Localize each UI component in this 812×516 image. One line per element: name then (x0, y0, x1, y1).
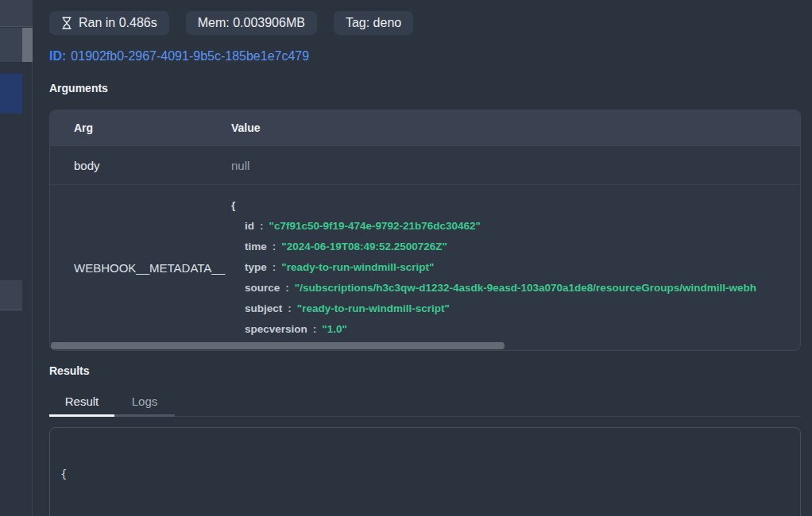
json-key: source (245, 282, 280, 294)
sidebar-list-item[interactable] (0, 280, 22, 310)
tab-logs-underline (114, 414, 175, 417)
runtime-badge-label: Ran in 0.486s (79, 16, 157, 30)
runtime-badge: Ran in 0.486s (49, 11, 169, 35)
json-entry: subject:"ready-to-run-windmill-script" (231, 298, 800, 319)
tab-logs[interactable]: Logs (114, 395, 175, 408)
table-row-webhook-metadata: WEBHOOK__METADATA__ { id:"c7f91c50-9f19-… (50, 185, 800, 350)
results-tabbar: Result Logs (49, 391, 801, 417)
column-header-arg: Arg (50, 121, 231, 134)
column-header-value: Value (231, 121, 800, 134)
arg-name-cell: body (50, 159, 231, 172)
json-value: "/subscriptions/h3c3qw-d1232-4asdk-9easd… (295, 282, 756, 294)
sidebar-item-selected[interactable] (0, 74, 22, 114)
job-id-row: ID:01902fb0-2967-4091-9b5c-185be1e7c479 (49, 49, 309, 64)
json-key: time (245, 241, 267, 252)
sidebar (0, 0, 33, 516)
json-value: "c7f91c50-9f19-474e-9792-21b76dc30462" (269, 220, 481, 232)
json-key: type (245, 261, 267, 273)
result-json-output: { "str": "default arg", "union": "Hello … (49, 427, 801, 516)
json-value: "1.0" (322, 323, 347, 335)
json-value: "ready-to-run-windmill-script" (281, 261, 434, 273)
arguments-table-header: Arg Value (50, 110, 800, 146)
memory-badge: Mem: 0.003906MB (186, 11, 317, 35)
json-entry: type:"ready-to-run-windmill-script" (231, 257, 800, 278)
json-entry: source:"/subscriptions/h3c3qw-d1232-4asd… (231, 278, 800, 298)
json-open-brace: { (231, 195, 800, 216)
sidebar-header-block (0, 0, 33, 27)
run-stats-row: Ran in 0.486s Mem: 0.003906MB Tag: deno (49, 11, 413, 35)
json-value: "ready-to-run-windmill-script" (297, 302, 450, 314)
tab-result[interactable]: Result (49, 395, 114, 408)
json-entry: id:"c7f91c50-9f19-474e-9792-21b76dc30462… (231, 216, 800, 237)
table-row-body: body null (50, 146, 800, 185)
json-colon: : (285, 282, 289, 294)
json-key: id (245, 220, 254, 232)
tag-badge-label: Tag: deno (346, 16, 401, 30)
json-entry: time:"2024-06-19T08:49:52.2500726Z" (231, 237, 800, 257)
tag-badge: Tag: deno (334, 11, 413, 35)
json-value: "2024-06-19T08:49:52.2500726Z" (281, 241, 447, 252)
json-colon: : (288, 302, 292, 314)
sidebar-list-item[interactable] (0, 28, 22, 62)
arguments-title: Arguments (49, 82, 108, 94)
json-colon: : (273, 261, 276, 273)
tab-result-active-underline (49, 414, 114, 417)
json-key: specversion (245, 323, 307, 335)
json-colon: : (273, 241, 276, 252)
json-colon: : (313, 323, 317, 335)
arguments-table: Arg Value body null WEBHOOK__METADATA__ … (49, 110, 801, 351)
code-open-brace: { (60, 466, 800, 482)
horizontal-scrollbar-thumb[interactable] (51, 342, 505, 349)
job-id-link[interactable]: 01902fb0-2967-4091-9b5c-185be1e7c479 (71, 49, 309, 63)
arg-name-cell: WEBHOOK__METADATA__ (50, 185, 231, 350)
job-id-label: ID: (49, 49, 66, 63)
json-entry: specversion:"1.0" (231, 319, 800, 340)
json-key: subject (245, 302, 282, 314)
results-title: Results (49, 364, 90, 377)
arg-value-cell: null (231, 159, 800, 172)
json-object-viewer: { id:"c7f91c50-9f19-474e-9792-21b76dc304… (231, 185, 800, 350)
memory-badge-label: Mem: 0.003906MB (198, 16, 305, 30)
sidebar-scrollbar-thumb[interactable] (22, 28, 33, 62)
json-colon: : (260, 220, 264, 232)
hourglass-icon (61, 17, 72, 29)
